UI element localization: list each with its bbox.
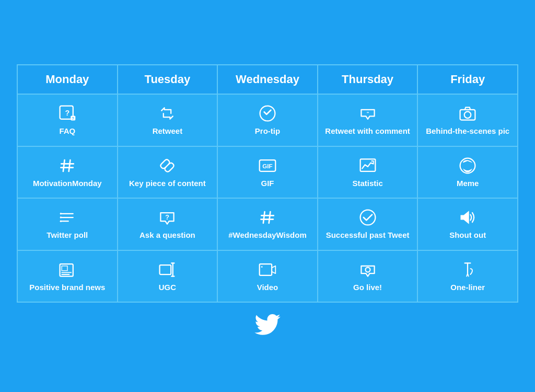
cell-label: Successful past Tweet [323,230,412,240]
calendar-cell: Retweet [118,94,218,146]
svg-rect-36 [260,264,272,275]
cell-label: Twitter poll [23,230,112,240]
tweet-calendar: MondayTuesdayWednesdayThursdayFriday ? ?… [17,64,518,303]
gif-icon: GIF [258,156,277,175]
calendar-cell: Video [217,250,318,303]
cell-label: FAQ [23,126,112,136]
svg-text:?: ? [65,109,69,117]
cell-label: Go live! [323,282,412,293]
svg-point-38 [365,267,370,272]
svg-point-20 [60,216,62,218]
cell-label: Shout out [423,230,512,240]
svg-line-9 [68,160,70,171]
svg-text:?: ? [166,214,170,221]
svg-point-7 [464,111,471,118]
camera-icon [458,104,477,123]
retweet-icon [158,104,177,123]
success-icon [358,208,377,227]
cell-label: One-liner [423,282,512,293]
cell-label: Statistic [323,178,412,189]
protip-icon [258,104,277,123]
svg-line-8 [63,160,65,171]
calendar-cell: Behind-the-scenes pic [417,94,518,146]
calendar-cell: " Retweet with comment [318,94,418,146]
svg-line-23 [263,212,265,223]
twitter-bird-icon [254,314,281,335]
oneliner-icon [458,260,477,279]
svg-rect-29 [62,266,67,270]
calendar-cell: Shout out [417,198,518,250]
cell-label: Key piece of content [123,178,212,189]
hashtag-icon [258,208,277,227]
meme-icon [458,156,477,175]
calendar-cell: Pro-tip [217,94,318,146]
day-header-friday: Friday [417,65,518,94]
calendar-cell: Twitter poll [17,198,118,250]
calendar-cell: UGC [118,250,218,303]
calendar-cell: MotivationMonday [17,146,118,199]
megaphone-icon [458,208,477,227]
retweet-comment-icon: " [358,104,377,123]
calendar-cell: Meme [417,146,518,199]
poll-icon [58,208,77,227]
newspaper-icon [58,260,77,279]
day-header-monday: Monday [17,65,118,94]
svg-rect-32 [160,265,171,274]
calendar-cell: ? ? FAQ [17,94,118,146]
calendar-cell: One-liner [417,250,518,303]
calendar-cell: GIF GIF [217,146,318,199]
cell-label: Pro-tip [223,126,312,136]
cell-label: Ask a question [123,230,212,240]
cell-label: Retweet [123,126,212,136]
cell-label: Positive brand news [23,282,112,293]
calendar-cell: Statistic [318,146,418,199]
video-icon [258,260,277,279]
day-header-wednesday: Wednesday [217,65,318,94]
cell-label: #WednesdayWisdom [223,230,312,240]
calendar-cell: Positive brand news [17,250,118,303]
svg-point-21 [60,220,62,222]
svg-line-24 [269,212,271,223]
twitter-footer [17,314,518,337]
statistic-icon [358,156,377,175]
calendar-cell: ? Ask a question [118,198,218,250]
cell-label: MotivationMonday [23,178,112,189]
calendar-cell: Key piece of content [118,146,218,199]
link-icon [158,156,177,175]
calendar-cell: #WednesdayWisdom [217,198,318,250]
day-header-thursday: Thursday [318,65,418,94]
calendar-cell: Successful past Tweet [318,198,418,250]
camera-video-icon [358,260,377,279]
page-container: MondayTuesdayWednesdayThursdayFriday ? ?… [6,39,529,353]
cell-label: GIF [223,178,312,189]
cell-label: Retweet with comment [323,126,412,136]
question-icon: ? [158,208,177,227]
cell-label: UGC [123,282,212,293]
hashtag-icon [58,156,77,175]
svg-point-19 [60,213,62,215]
ugc-icon [158,260,177,279]
svg-text:GIF: GIF [262,162,272,169]
cell-label: Video [223,282,312,293]
svg-line-12 [166,164,169,167]
day-header-tuesday: Tuesday [118,65,218,94]
cell-label: Meme [423,178,512,189]
svg-text:": " [366,110,369,116]
cell-label: Behind-the-scenes pic [423,126,512,136]
svg-text:?: ? [72,116,74,121]
svg-point-27 [360,210,375,225]
calendar-cell: Go live! [318,250,418,303]
faq-icon: ? ? [58,104,77,123]
